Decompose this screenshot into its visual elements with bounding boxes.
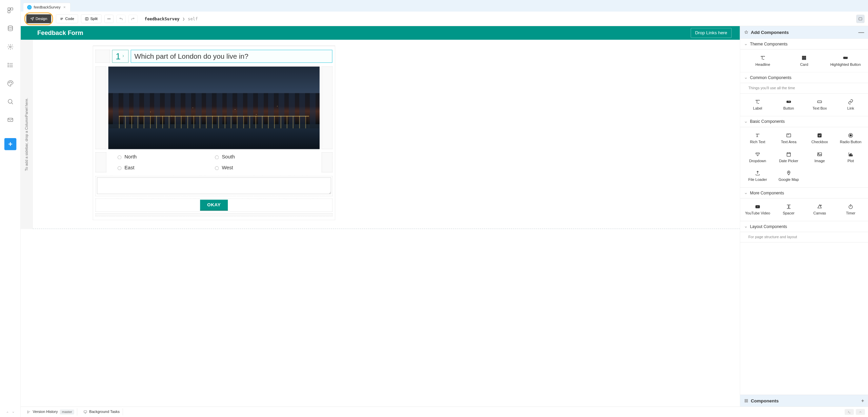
- svg-point-52: [788, 172, 789, 173]
- sidebar-collapse-up[interactable]: [5, 410, 9, 414]
- component-datepicker[interactable]: Date Picker: [773, 150, 804, 165]
- component-timer[interactable]: Timer: [835, 202, 866, 217]
- plus-icon[interactable]: +: [861, 398, 864, 404]
- split-label: Split: [90, 17, 97, 21]
- sidebar-drop-hint[interactable]: To add a sidebar, drop a ColumnPanel her…: [21, 40, 33, 229]
- component-canvas[interactable]: Canvas: [804, 202, 835, 217]
- code-button[interactable]: Code: [56, 14, 78, 23]
- radio-option-north[interactable]: North: [117, 154, 214, 160]
- minimize-icon[interactable]: —: [858, 29, 864, 36]
- radio-option-east[interactable]: East: [117, 165, 214, 171]
- option-label: West: [222, 165, 233, 171]
- question-text[interactable]: Which part of London do you live in?: [131, 50, 332, 63]
- background-tasks-item[interactable]: Background Tasks: [81, 409, 123, 415]
- svg-rect-49: [850, 154, 850, 156]
- component-checkbox[interactable]: Checkbox: [804, 131, 835, 146]
- component-dropdown[interactable]: Dropdown: [742, 150, 773, 165]
- button-icon: [786, 99, 791, 105]
- database-icon[interactable]: [6, 24, 14, 33]
- component-image[interactable]: Image: [804, 150, 835, 165]
- response-textarea[interactable]: [97, 177, 331, 194]
- svg-point-26: [110, 19, 110, 19]
- component-spacer[interactable]: Spacer: [773, 202, 804, 217]
- section-common-components[interactable]: Common Components: [740, 72, 868, 83]
- section-theme-components[interactable]: Theme Components: [740, 39, 868, 50]
- mail-icon[interactable]: [6, 116, 14, 124]
- question-number-box[interactable]: 1: [112, 50, 129, 63]
- radio-option-south[interactable]: South: [214, 154, 311, 160]
- list-icon[interactable]: [6, 61, 14, 69]
- question-card[interactable]: 1 Which part of London do you live in?: [93, 45, 335, 220]
- svg-point-3: [8, 26, 13, 27]
- options-handle-right[interactable]: [322, 152, 332, 172]
- section-label: Basic Components: [750, 119, 785, 124]
- item-label: Card: [800, 62, 808, 67]
- component-googlemap[interactable]: Google Map: [773, 169, 804, 184]
- version-history-item[interactable]: Version History master: [24, 408, 77, 416]
- question-image[interactable]: [108, 67, 320, 149]
- tab-feedbacksurvey[interactable]: □ feedbackSurvey ×: [23, 3, 70, 12]
- component-headline[interactable]: Headline: [742, 53, 784, 69]
- drop-links-area[interactable]: Drop Links here: [691, 28, 732, 38]
- component-radiobutton[interactable]: Radio Button: [835, 131, 866, 146]
- radio-input[interactable]: [215, 155, 219, 159]
- breadcrumb-separator: ❯: [182, 16, 185, 21]
- svg-point-9: [8, 65, 8, 65]
- sidebar-collapse-down[interactable]: [11, 410, 15, 414]
- item-label: Checkbox: [811, 140, 828, 144]
- radio-input[interactable]: [215, 166, 219, 170]
- component-textbox[interactable]: Text Box: [804, 97, 835, 113]
- component-link[interactable]: Link: [835, 97, 866, 113]
- options-handle-left[interactable]: [96, 152, 106, 172]
- radio-input[interactable]: [118, 155, 121, 159]
- panel-collapse-up[interactable]: [856, 409, 865, 415]
- component-plot[interactable]: Plot: [835, 150, 866, 165]
- image-handle-right[interactable]: [322, 67, 332, 149]
- component-youtube[interactable]: YouTube Video: [742, 202, 773, 217]
- okay-button[interactable]: OKAY: [200, 200, 228, 210]
- svg-rect-45: [817, 153, 822, 156]
- svg-rect-64: [745, 401, 746, 402]
- add-button[interactable]: [4, 138, 16, 150]
- console-toggle[interactable]: [845, 409, 854, 415]
- plot-icon: [848, 151, 853, 157]
- form-icon: □: [27, 5, 32, 10]
- breadcrumb-form[interactable]: feedbackSurvey: [145, 16, 180, 21]
- svg-rect-62: [745, 399, 746, 400]
- redo-button[interactable]: [128, 15, 138, 23]
- radio-option-west[interactable]: West: [214, 165, 311, 171]
- section-more-components[interactable]: More Components: [740, 188, 868, 198]
- gear-icon[interactable]: [6, 43, 14, 51]
- component-richtext[interactable]: Rich Text: [742, 131, 773, 146]
- question-handle[interactable]: [96, 50, 110, 63]
- split-button[interactable]: Split: [81, 14, 102, 23]
- svg-rect-63: [747, 399, 748, 400]
- search-icon[interactable]: [6, 97, 14, 106]
- close-icon[interactable]: ×: [63, 5, 66, 10]
- component-fileloader[interactable]: File Loader: [742, 169, 773, 184]
- files-icon[interactable]: [6, 6, 14, 14]
- chevron-down-icon: [744, 42, 748, 46]
- sidebar-drop-hint-label: To add a sidebar, drop a ColumnPanel her…: [24, 98, 29, 171]
- components-footer[interactable]: Components +: [740, 395, 868, 407]
- card-drop-strip[interactable]: [96, 213, 332, 216]
- datepicker-icon: [786, 151, 791, 157]
- more-menu-button[interactable]: [104, 15, 114, 23]
- image-handle-left[interactable]: [96, 67, 106, 149]
- palette-icon[interactable]: [6, 79, 14, 87]
- item-label: Link: [847, 106, 854, 111]
- design-button[interactable]: Design: [26, 14, 51, 23]
- svg-point-39: [850, 134, 851, 136]
- section-layout-components[interactable]: Layout Components: [740, 221, 868, 232]
- section-basic-components[interactable]: Basic Components: [740, 116, 868, 127]
- breadcrumb-self[interactable]: self: [188, 16, 198, 21]
- component-highlighted-button[interactable]: Highlighted Button: [825, 53, 866, 69]
- component-textarea[interactable]: Text Area: [773, 131, 804, 146]
- component-card[interactable]: Card: [784, 53, 825, 69]
- component-label[interactable]: Label: [742, 97, 773, 113]
- radio-input[interactable]: [118, 166, 121, 170]
- responsive-view-button[interactable]: [856, 15, 864, 23]
- item-label: File Loader: [748, 178, 767, 182]
- component-button[interactable]: Button: [773, 97, 804, 113]
- undo-button[interactable]: [116, 15, 125, 23]
